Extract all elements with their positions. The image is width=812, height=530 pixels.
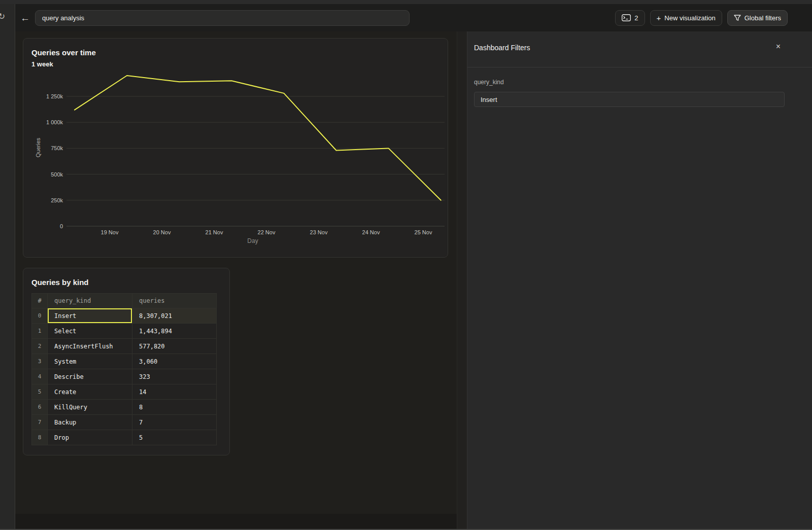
query-kind-filter-input[interactable] <box>474 92 785 107</box>
table-cell-query-kind[interactable]: Backup <box>48 415 132 430</box>
x-tick-label: 22 Nov <box>258 229 276 235</box>
global-filters-button[interactable]: Global filters <box>727 10 788 26</box>
table-row: 4Describe323 <box>32 369 217 384</box>
table-cell-queries[interactable]: 8,307,021 <box>132 308 217 324</box>
column-header-queries: queries <box>132 294 217 308</box>
window-top-edge <box>0 0 812 4</box>
table-cell-query-kind[interactable]: Describe <box>48 369 132 384</box>
table-title: Queries by kind <box>31 278 89 287</box>
x-axis-title: Day <box>247 237 258 244</box>
x-tick-label: 25 Nov <box>415 229 432 235</box>
queries-over-time-card: Queries over time 1 week 0250k500k750k1 … <box>23 38 448 258</box>
refresh-icon[interactable]: ↻ <box>0 11 5 22</box>
table-cell-query-kind[interactable]: System <box>48 354 132 369</box>
table-cell-query-kind[interactable]: Create <box>48 384 132 400</box>
queries-by-kind-table: # query_kind queries 0Insert8,307,0211Se… <box>31 293 217 445</box>
back-arrow-icon[interactable]: ← <box>20 13 30 23</box>
row-index-cell: 6 <box>32 400 48 415</box>
row-index-cell: 1 <box>32 324 48 339</box>
row-index-cell: 5 <box>32 384 48 400</box>
dashboard-app: ↻ ← 2 + New visualization Global filters <box>0 0 812 530</box>
y-tick-label: 500k <box>51 171 63 178</box>
filter-funnel-icon <box>734 15 741 21</box>
canvas-gutter <box>457 31 467 530</box>
table-cell-query-kind[interactable]: AsyncInsertFlush <box>48 339 132 354</box>
queries-series-line <box>75 76 441 200</box>
plus-icon: + <box>657 14 661 22</box>
dashboard-title-input[interactable] <box>35 10 410 26</box>
table-cell-query-kind[interactable]: Drop <box>48 430 132 445</box>
topbar-actions: 2 + New visualization Global filters <box>615 10 788 26</box>
queries-by-kind-card: Queries by kind # query_kind queries 0In… <box>23 268 230 455</box>
queries-line-chart: 0250k500k750k1 000k1 250k19 Nov20 Nov21 … <box>23 39 449 258</box>
table-header-row: # query_kind queries <box>32 294 217 308</box>
sql-console-button[interactable]: 2 <box>615 10 645 26</box>
canvas-bottom-strip <box>15 514 457 530</box>
table-cell-query-kind[interactable]: KillQuery <box>48 400 132 415</box>
column-header-query-kind: query_kind <box>48 294 132 308</box>
visualization-rail: ↻ <box>0 4 15 530</box>
x-tick-label: 21 Nov <box>206 229 223 235</box>
table-cell-queries[interactable]: 323 <box>132 369 217 384</box>
x-tick-label: 19 Nov <box>101 229 119 235</box>
row-index-cell: 3 <box>32 354 48 369</box>
console-count: 2 <box>634 14 638 22</box>
table-cell-queries[interactable]: 14 <box>132 384 217 400</box>
x-tick-label: 20 Nov <box>153 229 171 235</box>
table-row: 5Create14 <box>32 384 217 400</box>
y-tick-label: 750k <box>51 145 63 151</box>
y-tick-label: 0 <box>60 223 63 229</box>
table-row: 3System3,060 <box>32 354 217 369</box>
dashboard-canvas: Queries over time 1 week 0250k500k750k1 … <box>15 31 467 530</box>
table-row: 2AsyncInsertFlush577,820 <box>32 339 217 354</box>
top-bar: ← 2 + New visualization Global filters <box>15 4 812 31</box>
table-cell-queries[interactable]: 3,060 <box>132 354 217 369</box>
table-row: 6KillQuery8 <box>32 400 217 415</box>
table-cell-queries[interactable]: 1,443,894 <box>132 324 217 339</box>
table-cell-query-kind[interactable]: Insert <box>48 308 132 324</box>
rail-item[interactable] <box>0 175 7 191</box>
column-header-index: # <box>32 294 48 308</box>
y-axis-title: Queries <box>35 137 41 157</box>
row-index-cell: 8 <box>32 430 48 445</box>
table-row: 0Insert8,307,021 <box>32 308 217 324</box>
x-tick-label: 24 Nov <box>362 229 380 235</box>
x-tick-label: 23 Nov <box>310 229 328 235</box>
table-row: 8Drop5 <box>32 430 217 445</box>
table-cell-queries[interactable]: 5 <box>132 430 217 445</box>
table-cell-query-kind[interactable]: Select <box>48 324 132 339</box>
y-tick-label: 1 000k <box>46 119 63 125</box>
table-row: 1Select1,443,894 <box>32 324 217 339</box>
filters-panel-header: Dashboard Filters × <box>467 31 812 67</box>
table-cell-queries[interactable]: 8 <box>132 400 217 415</box>
new-visualization-button[interactable]: + New visualization <box>650 10 722 26</box>
rail-item-active[interactable] <box>0 34 7 51</box>
row-index-cell: 2 <box>32 339 48 354</box>
rail-item[interactable] <box>0 59 7 75</box>
table-cell-queries[interactable]: 7 <box>132 415 217 430</box>
y-tick-label: 1 250k <box>46 93 63 99</box>
filters-panel-title: Dashboard Filters <box>474 44 530 52</box>
row-index-cell: 0 <box>32 308 48 324</box>
row-index-cell: 7 <box>32 415 48 430</box>
y-tick-label: 250k <box>51 197 63 203</box>
table-row: 7Backup7 <box>32 415 217 430</box>
close-icon[interactable]: × <box>776 43 781 51</box>
filter-field-label: query_kind <box>474 79 504 86</box>
table-cell-queries[interactable]: 577,820 <box>132 339 217 354</box>
dashboard-filters-panel: Dashboard Filters × query_kind <box>467 31 812 530</box>
row-index-cell: 4 <box>32 369 48 384</box>
console-panel-icon <box>622 14 631 21</box>
